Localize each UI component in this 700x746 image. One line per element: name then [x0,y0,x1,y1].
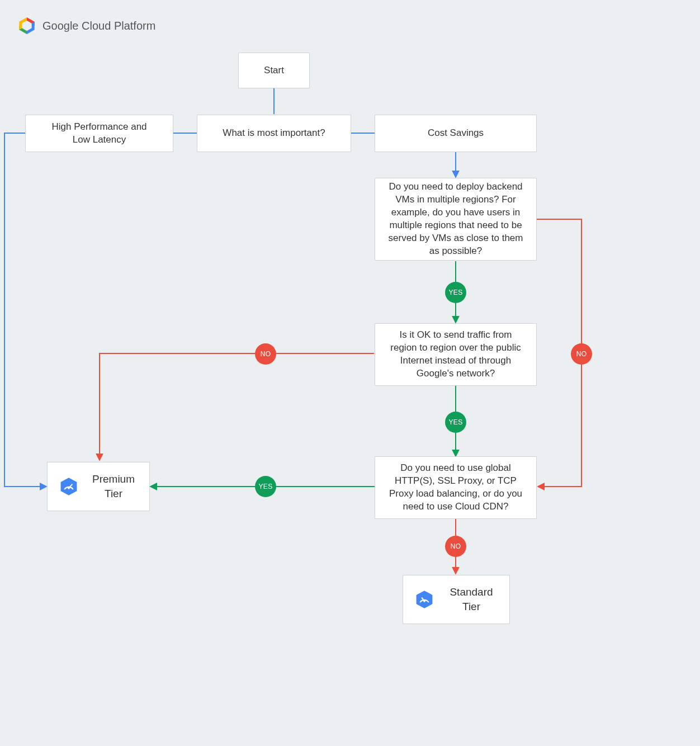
premium-tier-icon [59,476,79,497]
node-question-main: What is most important? [197,115,351,152]
node-option-performance-label: High Performance and Low Latency [51,121,146,147]
node-option-performance: High Performance and Low Latency [25,115,173,152]
node-standard-tier-label: Standard Tier [443,585,499,613]
node-question-regions-label: Do you need to deploy backend VMs in mul… [385,181,526,258]
node-question-regions: Do you need to deploy backend VMs in mul… [375,178,537,261]
svg-point-12 [68,487,70,489]
badge-yes-global-lb: YES [255,476,276,497]
badge-no-public-internet: NO [255,343,276,365]
node-question-public-internet-label: Is it OK to send traffic from region to … [385,329,526,380]
node-question-main-label: What is most important? [223,127,325,140]
gcp-logo: Google Cloud Platform [17,16,155,36]
badge-yes-public-internet: YES [445,412,466,433]
flowchart-connectors [0,0,700,746]
node-premium-tier-label: Premium Tier [88,472,139,501]
badge-no-regions: NO [571,343,592,365]
gcp-hex-icon [17,16,37,36]
node-option-cost-label: Cost Savings [428,127,484,140]
node-question-public-internet: Is it OK to send traffic from region to … [375,323,537,386]
node-start: Start [238,53,310,88]
node-option-cost: Cost Savings [375,115,537,152]
node-question-global-lb-label: Do you need to use global HTTP(S), SSL P… [385,462,526,513]
badge-no-global-lb: NO [445,536,466,557]
badge-yes-regions: YES [445,282,466,303]
gcp-logo-text: Google Cloud Platform [42,20,155,32]
standard-tier-icon [414,589,434,610]
node-start-label: Start [264,64,284,77]
node-question-global-lb: Do you need to use global HTTP(S), SSL P… [375,456,537,519]
node-premium-tier: Premium Tier [47,462,150,511]
svg-point-15 [423,600,425,602]
node-standard-tier: Standard Tier [403,575,510,624]
